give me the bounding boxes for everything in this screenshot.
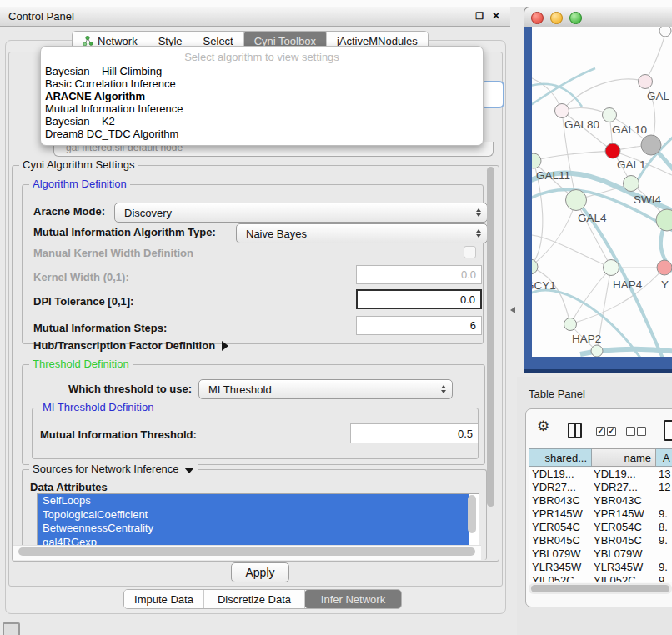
network-view-canvas[interactable]: GALGAL80GAL10GAL1GAL11SWI4GAL4GCY1HAP4YH… [532, 27, 672, 357]
data-attribute-item[interactable]: BetweennessCentrality [38, 522, 469, 536]
sources-group-title[interactable]: Sources for Network Inference [29, 462, 198, 475]
which-threshold-combobox[interactable]: MI Threshold [198, 379, 453, 399]
attributes-list-scrollbar[interactable] [468, 495, 476, 533]
aracne-mode-combobox[interactable]: Discovery [114, 202, 488, 222]
table-cell[interactable]: 12 [656, 481, 672, 494]
table-horizontal-scrollbar[interactable] [531, 585, 669, 592]
manual-kernel-width-checkbox[interactable] [464, 246, 476, 258]
mi-algorithm-type-combobox[interactable]: Naive Bayes [236, 223, 488, 243]
table-cell[interactable]: 8. [656, 521, 672, 534]
columns-icon[interactable] [568, 422, 582, 438]
algorithm-option[interactable]: Bayesian – Hill Climbing [41, 65, 483, 78]
algorithm-option[interactable]: ARACNE Algorithm [41, 90, 483, 102]
network-node-gal[interactable] [639, 75, 653, 89]
table-cell[interactable]: YDL19... [529, 468, 592, 481]
network-node[interactable] [659, 27, 671, 37]
table-cell[interactable]: 13 [656, 468, 672, 481]
float-window-icon[interactable]: ❐ [475, 11, 484, 22]
zoom-window-icon[interactable] [569, 12, 582, 24]
network-node[interactable] [641, 135, 661, 155]
table-cell[interactable]: YBR045C [529, 534, 592, 548]
table-row[interactable]: YDR27...YDR27...12 [529, 481, 672, 494]
mi-threshold-field[interactable]: 0.5 [350, 423, 479, 443]
table-row[interactable]: YDL19...YDL19...13 [529, 468, 672, 481]
network-node[interactable] [656, 209, 672, 231]
network-node[interactable] [591, 345, 603, 357]
table-cell[interactable]: YPR145W [529, 508, 592, 521]
column-header-partial[interactable]: A [656, 448, 672, 467]
gear-icon[interactable]: ⚙ [537, 419, 549, 433]
tab-impute-data[interactable]: Impute Data [124, 590, 204, 608]
table-cell[interactable]: YLR345W [529, 561, 592, 574]
algorithm-option[interactable]: Basic Correlation Inference [41, 78, 483, 90]
network-node-gal11[interactable] [532, 153, 541, 168]
table-cell[interactable]: YBR045C [592, 534, 656, 548]
settings-vertical-scrollbar[interactable] [487, 167, 494, 507]
table-row[interactable]: YLR345WYLR345W9. [529, 561, 672, 574]
network-node-gal1[interactable] [605, 143, 620, 158]
settings-horizontal-scrollbar[interactable] [18, 548, 475, 556]
network-node-swi4[interactable] [624, 176, 639, 192]
table-row[interactable]: YBR045CYBR045C9. [529, 534, 672, 548]
close-panel-icon[interactable]: ✕ [492, 10, 500, 22]
table-cell[interactable]: 9. [656, 508, 672, 521]
data-attribute-item[interactable]: TopologicalCoefficient [38, 508, 469, 522]
table-cell[interactable]: 9. [656, 574, 672, 582]
apply-button[interactable]: Apply [231, 562, 289, 582]
column-header-shared[interactable]: shared... [529, 448, 592, 467]
table-cell[interactable]: YBR043C [592, 494, 656, 508]
panel-icon-partial[interactable] [664, 420, 672, 441]
network-node-gal80[interactable] [555, 104, 569, 118]
column-header-name[interactable]: name [592, 448, 656, 467]
table-body[interactable]: YDL19...YDL19...13YDR27...YDR27...12YBR0… [529, 468, 672, 582]
algorithm-option[interactable]: Mutual Information Inference [41, 102, 483, 115]
table-row[interactable]: YIL052CYIL052C9. [529, 574, 672, 582]
table-cell[interactable]: 9. [656, 561, 672, 574]
network-node-y[interactable] [657, 260, 672, 275]
hub-definition-expander[interactable]: Hub/Transcription Factor Definition [33, 339, 228, 352]
table-cell[interactable]: YBL079W [529, 548, 592, 561]
table-cell[interactable]: YBL079W [592, 548, 656, 561]
table-cell[interactable]: YIL052C [529, 574, 592, 582]
network-node-gal10[interactable] [603, 108, 617, 122]
table-row[interactable]: YPR145WYPR145W9. [529, 508, 672, 521]
tab-infer-network[interactable]: Infer Network [305, 590, 401, 608]
unchecked-box-icon[interactable] [637, 427, 646, 436]
minimize-window-icon[interactable] [550, 12, 563, 24]
kernel-width-field[interactable]: 0.0 [356, 265, 482, 284]
table-cell[interactable]: YLR345W [592, 561, 656, 574]
checked-box-icon[interactable]: ✓ [596, 427, 605, 436]
table-cell[interactable]: YDL19... [592, 468, 656, 481]
inference-algorithm-combobox-fragment[interactable] [480, 81, 504, 108]
table-row[interactable]: YER054CYER054C8. [529, 521, 672, 534]
table-cell[interactable]: YDR27... [592, 481, 656, 494]
close-window-icon[interactable] [531, 12, 544, 24]
table-row[interactable]: YBL079WYBL079W [529, 548, 672, 561]
mi-threshold-label: Mutual Information Threshold: [40, 428, 197, 441]
table-cell[interactable]: YBR043C [529, 494, 592, 508]
hub-definition-label: Hub/Transcription Factor Definition [33, 339, 215, 352]
table-cell[interactable]: 9. [656, 534, 672, 548]
unchecked-box-icon[interactable] [626, 427, 635, 436]
algorithm-option[interactable]: Bayesian – K2 [41, 115, 483, 128]
table-row[interactable]: YBR043CYBR043C [529, 494, 672, 508]
dpi-tolerance-field[interactable]: 0.0 [356, 289, 482, 309]
mi-steps-field[interactable]: 6 [356, 316, 482, 335]
tab-discretize-data[interactable]: Discretize Data [204, 590, 305, 608]
network-node-gal4[interactable] [566, 190, 587, 211]
table-cell[interactable]: YPR145W [592, 508, 656, 521]
table-cell[interactable]: YER054C [592, 521, 656, 534]
network-window-titlebar[interactable] [524, 7, 672, 28]
checked-box-icon[interactable]: ✓ [607, 427, 616, 436]
table-cell[interactable]: YDR27... [529, 481, 592, 494]
network-node-hap4[interactable] [604, 260, 619, 276]
data-attributes-list[interactable]: SelfLoopsTopologicalCoefficientBetweenne… [37, 493, 479, 550]
table-cell[interactable] [656, 494, 672, 508]
table-cell[interactable]: YER054C [529, 521, 592, 534]
algorithm-option[interactable]: Dream8 DC_TDC Algorithm [41, 128, 483, 140]
table-cell[interactable] [656, 548, 672, 561]
bottom-left-panel-icon[interactable] [3, 622, 20, 635]
data-attribute-item[interactable]: SelfLoops [38, 494, 469, 508]
network-node-hap2[interactable] [564, 318, 577, 331]
table-cell[interactable]: YIL052C [592, 574, 656, 582]
